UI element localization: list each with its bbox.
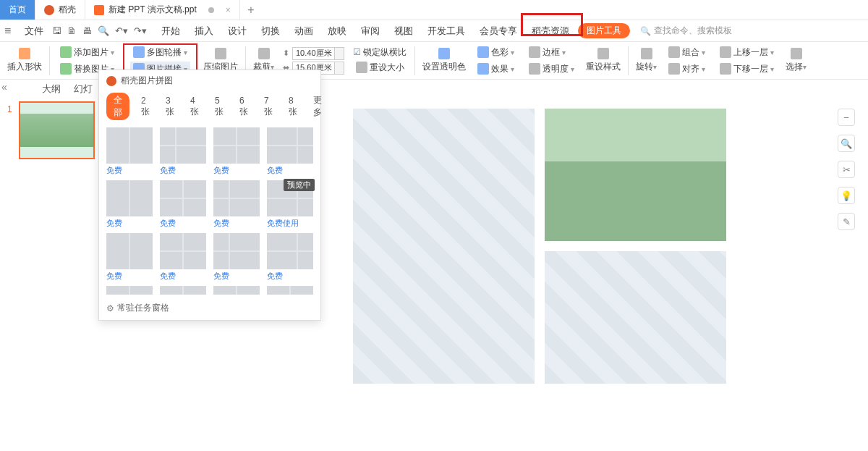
new-tab-button[interactable]: + xyxy=(240,4,262,17)
slide-thumbnail-1[interactable] xyxy=(19,101,95,159)
collage-template[interactable]: 免费 xyxy=(106,127,153,176)
slide-thumbnails: 1 xyxy=(1,101,97,159)
collage-template[interactable]: 免费 xyxy=(213,233,260,282)
file-menu[interactable]: 文件 xyxy=(19,25,49,38)
ppt-tab[interactable]: 新建 PPT 演示文稿.ppt× xyxy=(85,0,240,20)
collage-template[interactable]: 免费 xyxy=(267,233,313,282)
menu-animation[interactable]: 动画 xyxy=(289,25,319,38)
collage-template[interactable]: 免费 xyxy=(267,127,313,176)
collapse-panel-icon[interactable]: « xyxy=(1,81,7,93)
collage-template[interactable]: 免费 xyxy=(106,180,153,229)
menu-start[interactable]: 开始 xyxy=(156,25,186,38)
crop-tool-icon[interactable]: ✂ xyxy=(838,161,855,178)
zoom-in-icon[interactable]: 🔍 xyxy=(838,135,855,152)
docer-small-icon xyxy=(106,76,116,86)
quick-access-toolbar: 🖫 🗎 🖶 🔍 ↶▾ ↷▾ xyxy=(52,25,153,36)
rotate-button[interactable]: 旋转▾ xyxy=(633,48,660,73)
insert-shape-group[interactable]: 插入形状 xyxy=(4,48,45,73)
menu-devtools[interactable]: 开发工具 xyxy=(422,25,471,38)
reset-size-button[interactable]: 重设大小 xyxy=(353,60,407,75)
idea-icon[interactable]: 💡 xyxy=(838,187,855,204)
picture-collage-dropdown: 稻壳图片拼图 全部 2张 3张 4张 5张 6张 7张 8张 更多 免费 免费 … xyxy=(98,69,321,321)
slide-image-2[interactable] xyxy=(353,109,535,384)
preview-icon[interactable]: 🔍 xyxy=(98,25,109,36)
title-bar: 首页 稻壳 新建 PPT 演示文稿.ppt× + xyxy=(0,0,868,20)
hamburger-icon[interactable] xyxy=(4,25,16,38)
border-button[interactable]: 边框▾ xyxy=(526,45,569,60)
docer-tab[interactable]: 稻壳 xyxy=(35,0,85,20)
collage-tab-6[interactable]: 6张 xyxy=(235,94,252,119)
edit-icon[interactable]: ✎ xyxy=(838,213,855,230)
collage-tab-4[interactable]: 4张 xyxy=(186,94,203,119)
menu-view[interactable]: 视图 xyxy=(388,25,419,38)
height-input[interactable]: 10.40厘米 xyxy=(292,47,344,60)
collage-template[interactable]: 免费 xyxy=(213,180,260,229)
send-backward-button[interactable]: 下移一层▾ xyxy=(717,62,777,77)
save-as-icon[interactable]: 🗎 xyxy=(67,25,77,36)
reset-style-button[interactable]: 重设样式 xyxy=(583,48,624,73)
slide-image-1[interactable] xyxy=(545,109,726,241)
transparency-icon xyxy=(438,48,450,59)
collage-template[interactable]: 免费 xyxy=(160,127,206,176)
collage-template[interactable] xyxy=(160,286,206,295)
redo-icon[interactable]: ↷▾ xyxy=(134,25,147,36)
collage-template-previewing[interactable]: 预览中免费使用 xyxy=(267,180,313,229)
collage-template[interactable]: 免费 xyxy=(160,233,206,282)
multi-slideshow-button[interactable]: 多图轮播 ▾ xyxy=(130,45,190,60)
collage-templates-grid: 免费 免费 免费 免费 免费 免费 免费 预览中免费使用 免费 免费 免费 免费 xyxy=(99,125,320,298)
collage-tab-8[interactable]: 8张 xyxy=(284,94,302,119)
reset-style-icon xyxy=(597,48,609,59)
menu-insert[interactable]: 插入 xyxy=(189,25,219,38)
select-icon xyxy=(791,48,802,59)
collage-count-tabs: 全部 2张 3张 4张 5张 6张 7张 8张 更多 xyxy=(99,90,320,125)
command-search[interactable]: 查找命令、搜索模板 xyxy=(640,25,732,37)
slide-canvas[interactable] xyxy=(333,80,825,451)
collage-template[interactable] xyxy=(267,286,313,295)
collage-tab-7[interactable]: 7张 xyxy=(260,94,277,119)
slides-tab[interactable]: 幻灯 xyxy=(74,83,93,96)
collage-tab-all[interactable]: 全部 xyxy=(106,93,129,120)
menu-docer-res[interactable]: 稻壳资源 xyxy=(526,25,575,38)
collage-template[interactable] xyxy=(106,286,153,295)
add-picture-button[interactable]: 添加图片 ▾ xyxy=(57,45,117,60)
crop-icon xyxy=(258,48,270,59)
group-icon xyxy=(668,46,680,58)
collage-template[interactable]: 免费 xyxy=(213,127,260,176)
collage-tab-2[interactable]: 2张 xyxy=(137,94,154,119)
menu-review[interactable]: 审阅 xyxy=(355,25,386,38)
zoom-out-icon[interactable]: − xyxy=(838,109,855,126)
combine-button[interactable]: 组合▾ xyxy=(665,45,708,60)
lock-ratio-checkbox[interactable]: 锁定纵横比 xyxy=(353,46,407,59)
slide-image-3[interactable] xyxy=(545,251,726,384)
close-icon[interactable]: × xyxy=(226,5,231,15)
collage-template[interactable]: 免费 xyxy=(160,180,206,229)
bring-forward-button[interactable]: 上移一层▾ xyxy=(717,45,777,60)
menu-vip[interactable]: 会员专享 xyxy=(474,25,523,38)
collage-template[interactable]: 免费 xyxy=(106,233,153,282)
menu-transition[interactable]: 切换 xyxy=(255,25,286,38)
dropdown-header: 稻壳图片拼图 xyxy=(99,70,320,90)
home-tab[interactable]: 首页 xyxy=(0,0,35,20)
color-icon xyxy=(477,46,489,58)
picture-tools-tab[interactable]: 图片工具 xyxy=(578,23,630,38)
compress-icon xyxy=(215,48,226,59)
save-icon[interactable]: 🖫 xyxy=(52,25,61,36)
align-button[interactable]: 对齐▾ xyxy=(665,62,708,77)
set-transparent-button[interactable]: 设置透明色 xyxy=(420,48,469,73)
picture-icon xyxy=(60,46,72,58)
menu-slideshow[interactable]: 放映 xyxy=(322,25,352,38)
collage-tab-3[interactable]: 3张 xyxy=(161,94,179,119)
print-icon[interactable]: 🖶 xyxy=(82,25,92,36)
transparency-button[interactable]: 透明度▾ xyxy=(526,62,577,77)
effects-button[interactable]: 效果▾ xyxy=(475,62,517,77)
pin-taskpane-button[interactable]: 常驻任务窗格 xyxy=(99,298,320,314)
undo-icon[interactable]: ↶▾ xyxy=(115,25,128,36)
collage-tab-more[interactable]: 更多 xyxy=(309,93,326,120)
select-button[interactable]: 选择▾ xyxy=(783,48,809,73)
color-button[interactable]: 色彩▾ xyxy=(475,45,517,60)
outline-tab[interactable]: 大纲 xyxy=(42,83,61,96)
menu-design[interactable]: 设计 xyxy=(222,25,252,38)
menu-bar: 文件 🖫 🗎 🖶 🔍 ↶▾ ↷▾ 开始 插入 设计 切换 动画 放映 审阅 视图… xyxy=(0,20,868,42)
collage-template[interactable] xyxy=(213,286,260,295)
collage-tab-5[interactable]: 5张 xyxy=(210,94,228,119)
